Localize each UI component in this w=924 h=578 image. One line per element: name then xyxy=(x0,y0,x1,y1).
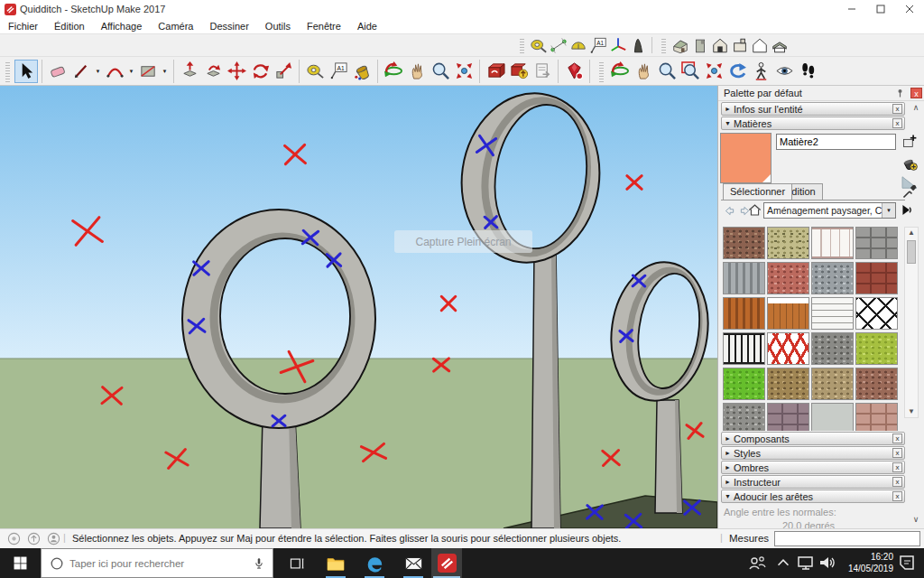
select-icon[interactable] xyxy=(14,60,38,83)
material-herbe-jaune-verte[interactable] xyxy=(855,332,898,365)
section-styles[interactable]: ►Styles x xyxy=(721,446,905,460)
goal-post-right[interactable] xyxy=(655,400,682,513)
paint-with-material-button[interactable] xyxy=(900,153,919,172)
zoom-icon[interactable] xyxy=(429,60,452,83)
material-beton-clair[interactable] xyxy=(811,403,854,431)
geolocation-icon[interactable] xyxy=(7,532,21,545)
follow-me-icon[interactable] xyxy=(201,60,225,83)
protractor-icon[interactable] xyxy=(568,35,588,55)
menu-affichage[interactable]: Affichage xyxy=(93,18,151,34)
scale-icon[interactable] xyxy=(272,60,295,83)
rectangle-dropdown-arrow[interactable]: ▼ xyxy=(160,60,170,83)
text-3d-icon[interactable] xyxy=(628,35,648,55)
paint-bucket-icon[interactable] xyxy=(350,60,374,83)
claim-credit-icon[interactable] xyxy=(27,532,41,545)
sign-in-icon[interactable] xyxy=(47,532,60,545)
menu-aide[interactable]: Aide xyxy=(349,18,385,34)
eyedropper-icon[interactable] xyxy=(900,182,919,201)
start-button[interactable] xyxy=(0,548,41,578)
tray-chevron-icon[interactable] xyxy=(774,553,792,573)
nav-back-button[interactable] xyxy=(723,203,736,218)
axes-icon[interactable] xyxy=(608,35,628,55)
measurements-input[interactable] xyxy=(774,531,920,546)
maximize-button[interactable] xyxy=(866,0,895,18)
search-input[interactable] xyxy=(64,558,253,569)
tape-measure-icon[interactable] xyxy=(529,35,549,55)
taskbar-search[interactable] xyxy=(41,548,273,578)
scroll-thumb[interactable] xyxy=(907,240,916,264)
material-cloture-securite-rouge[interactable] xyxy=(767,332,809,365)
move-icon[interactable] xyxy=(225,60,248,83)
sketchup-taskbar-icon[interactable] xyxy=(431,548,462,578)
material-herbe-olive[interactable] xyxy=(767,227,809,259)
section-instructor[interactable]: ►Instructeur x xyxy=(721,475,905,489)
pan-icon[interactable] xyxy=(632,60,655,83)
section-close-button[interactable]: x xyxy=(892,491,902,501)
close-button[interactable] xyxy=(895,0,924,18)
line-icon[interactable] xyxy=(69,60,93,83)
edge-browser-icon[interactable] xyxy=(359,548,390,578)
panel-scroll-down[interactable]: ∨ xyxy=(910,514,922,526)
section-shadows[interactable]: ►Ombres x xyxy=(721,461,905,474)
material-galets-bruns[interactable] xyxy=(767,368,809,400)
view-iso-icon[interactable] xyxy=(670,35,690,55)
material-paves-roses[interactable] xyxy=(855,403,898,431)
minimize-button[interactable] xyxy=(837,0,866,18)
tape-measure-icon[interactable] xyxy=(303,60,327,83)
materials-scrollbar[interactable]: ▲ ▼ xyxy=(904,227,919,418)
material-bois-orange[interactable] xyxy=(723,297,765,330)
view-top-icon[interactable] xyxy=(730,35,750,55)
look-around-icon[interactable] xyxy=(772,60,796,83)
material-pierre-grise[interactable] xyxy=(855,227,898,259)
collection-dropdown[interactable]: Aménagement paysager, Clô ▼ xyxy=(763,202,896,219)
scroll-down-arrow[interactable]: ▼ xyxy=(905,406,918,417)
drawing-canvas[interactable]: Capture Plein écran xyxy=(0,86,717,528)
material-bois-gris[interactable] xyxy=(723,262,765,294)
volume-icon[interactable] xyxy=(818,553,837,573)
view-front-icon[interactable] xyxy=(710,35,730,55)
extension-warehouse-icon[interactable] xyxy=(562,60,586,83)
section-close-button[interactable]: x xyxy=(892,477,902,487)
material-gravier-rouge[interactable] xyxy=(767,262,809,294)
section-close-button[interactable]: x xyxy=(892,434,902,443)
section-close-button[interactable]: x xyxy=(892,448,902,458)
view-left-icon[interactable] xyxy=(770,35,790,55)
material-grille-fer[interactable] xyxy=(723,332,765,365)
section-entity-info[interactable]: ► Infos sur l'entité x xyxy=(721,102,905,116)
orbit-icon[interactable] xyxy=(608,60,632,83)
menu-dessiner[interactable]: Dessiner xyxy=(201,18,256,34)
material-balustrade-blanche[interactable] xyxy=(811,227,854,259)
people-icon[interactable] xyxy=(747,553,767,573)
zoom-extents-icon[interactable] xyxy=(452,60,476,83)
material-herbe-verte[interactable] xyxy=(723,368,765,400)
material-gravier-gris-2[interactable] xyxy=(723,403,765,431)
material-gravier-brun-rouge[interactable] xyxy=(723,227,765,259)
section-soften-edges[interactable]: ▼Adoucir les arêtes x xyxy=(721,489,905,503)
walk-icon[interactable] xyxy=(796,60,819,83)
view-right-icon[interactable] xyxy=(690,35,710,55)
zoom-window-icon[interactable] xyxy=(679,60,702,83)
network-icon[interactable] xyxy=(796,553,816,573)
material-fil-barbele[interactable] xyxy=(811,297,854,330)
material-cloture-orange[interactable] xyxy=(767,297,809,330)
zoom-icon[interactable] xyxy=(655,60,679,83)
microphone-icon[interactable] xyxy=(253,556,265,571)
push-pull-icon[interactable] xyxy=(178,60,201,83)
tray-close-button[interactable]: x xyxy=(910,88,922,98)
create-material-button[interactable] xyxy=(900,131,919,151)
menu-fichier[interactable]: Fichier xyxy=(0,18,46,34)
mail-icon[interactable] xyxy=(398,548,429,578)
task-view-button[interactable] xyxy=(282,548,312,578)
pin-icon[interactable] xyxy=(895,88,905,98)
arc-dropdown-arrow[interactable]: ▼ xyxy=(126,60,136,83)
tray-clock[interactable]: 16:2014/05/2019 xyxy=(837,551,893,574)
section-components[interactable]: ►Composants x xyxy=(721,432,905,445)
tab-select[interactable]: Sélectionner xyxy=(723,183,792,200)
line-dropdown-arrow[interactable]: ▼ xyxy=(93,60,103,83)
zoom-extents-icon[interactable] xyxy=(702,60,725,83)
eraser-icon[interactable] xyxy=(46,60,69,83)
action-center-icon[interactable] xyxy=(897,553,917,573)
text-icon[interactable]: A1 xyxy=(588,35,608,55)
rectangle-icon[interactable] xyxy=(136,60,160,83)
tray-header[interactable]: Palette par défaut x xyxy=(718,86,924,101)
